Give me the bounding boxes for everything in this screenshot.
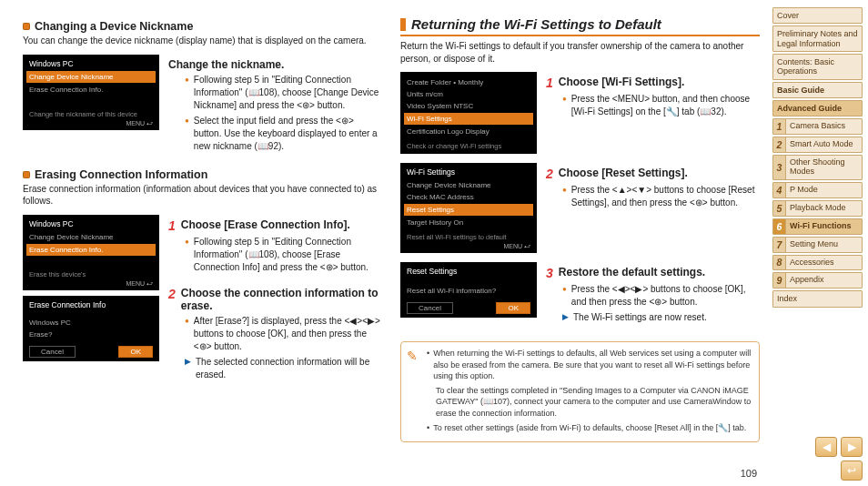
nav-ch-7[interactable]: 7Setting Menu: [772, 237, 863, 253]
step-head-erase-2: 2Choose the connection information to er…: [168, 287, 384, 312]
nav-next-icon[interactable]: ▶: [841, 437, 863, 457]
step-head-change-nickname: Change the nickname.: [168, 58, 384, 71]
screen-wifi-1: Create Folder • Monthly Units m/cm Video…: [400, 72, 537, 154]
nav-prelim[interactable]: Preliminary Notes and Legal Information: [772, 25, 863, 52]
nav-contents[interactable]: Contents: Basic Operations: [772, 54, 863, 80]
nav-ch-8[interactable]: 8Accessories: [772, 255, 863, 271]
bullet: Following step 5 in "Editing Connection …: [185, 74, 384, 112]
nav-ch-9[interactable]: 9Appendix: [772, 272, 863, 289]
heading-reset-wifi: Returning the Wi-Fi Settings to Default: [400, 16, 760, 36]
screen-erase-2: Erase Connection Info Windows PC Erase? …: [23, 296, 159, 361]
heading-nickname: Changing a Device Nickname: [23, 20, 384, 33]
step-head-erase-1: 1Choose [Erase Connection Info].: [168, 218, 384, 233]
page-number: 109: [741, 468, 757, 479]
sidebar-nav: Cover Preliminary Notes and Legal Inform…: [771, 0, 868, 486]
intro-nickname: You can change the device nickname (disp…: [23, 35, 384, 47]
screen-change-nickname: Windows PC Change Device Nickname Erase …: [23, 55, 159, 130]
nav-ch-4[interactable]: 4P Mode: [772, 182, 863, 198]
intro-reset: Return the Wi-Fi settings to default if …: [400, 40, 760, 65]
bullet: Select the input field and press the <⊛>…: [185, 115, 384, 153]
note-box: When returning the Wi-Fi settings to def…: [400, 341, 760, 442]
step-head-wifi-3: 3Restore the default settings.: [546, 266, 760, 280]
result-arrow: The Wi-Fi settings are now reset.: [562, 311, 760, 324]
bullet: Following step 5 in "Editing Connection …: [185, 236, 384, 274]
nav-return-icon[interactable]: ↩: [841, 461, 863, 481]
nav-cover[interactable]: Cover: [772, 7, 863, 24]
nav-ch-1[interactable]: 1Camera Basics: [772, 118, 863, 135]
heading-erase: Erasing Connection Information: [23, 168, 384, 181]
nav-ch-6[interactable]: 6Wi-Fi Functions: [772, 218, 863, 235]
nav-index[interactable]: Index: [772, 290, 863, 307]
bullet: Press the <▲><▼> buttons to choose [Rese…: [562, 184, 760, 209]
nav-prev-icon[interactable]: ◀: [815, 437, 837, 457]
screen-wifi-2: Wi-Fi Settings Change Device Nickname Ch…: [400, 163, 537, 253]
bullet: Press the <MENU> button, and then choose…: [562, 93, 760, 118]
result-arrow: The selected connection information will…: [185, 356, 384, 381]
nav-basic-guide[interactable]: Basic Guide: [772, 82, 863, 98]
nav-ch-5[interactable]: 5Playback Mode: [772, 200, 863, 217]
intro-erase: Erase connection information (informatio…: [23, 183, 384, 208]
nav-advanced-guide[interactable]: Advanced Guide: [772, 100, 863, 116]
bullet: After [Erase?] is displayed, press the <…: [185, 315, 384, 353]
nav-ch-2[interactable]: 2Smart Auto Mode: [772, 137, 863, 153]
screen-wifi-3: Reset Settings Reset all Wi-Fi informati…: [400, 262, 537, 318]
nav-ch-3[interactable]: 3Other Shooting Modes: [772, 155, 863, 180]
step-head-wifi-1: 1Choose [Wi-Fi Settings].: [546, 76, 760, 90]
step-head-wifi-2: 2Choose [Reset Settings].: [546, 167, 760, 181]
screen-erase-1: Windows PC Change Device Nickname Erase …: [23, 215, 159, 290]
bullet: Press the <◀><▶> buttons to choose [OK],…: [562, 283, 760, 309]
